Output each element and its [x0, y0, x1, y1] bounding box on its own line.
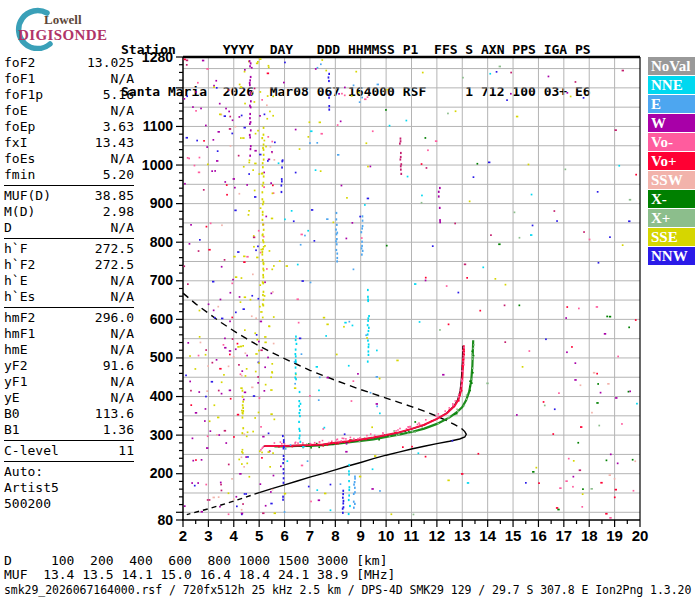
- x-tick-label: 6: [280, 527, 288, 544]
- transmission-curve: [183, 293, 466, 514]
- y-tick-label: 600: [150, 311, 174, 327]
- y-tick-label: 800: [150, 234, 174, 250]
- x-tick-label: 18: [581, 527, 598, 544]
- x-tick-label: 12: [429, 527, 446, 544]
- file-info-row: smk29_2026067164000.rsf / 720fx512h 25 k…: [4, 583, 691, 597]
- x-tick-label: 3: [204, 527, 212, 544]
- y-tick-label: 500: [150, 349, 174, 365]
- y-tick-label: 300: [150, 427, 174, 443]
- x-tick-label: 11: [404, 527, 420, 544]
- x-tick-label: 20: [632, 527, 649, 544]
- y-tick-label: 900: [150, 195, 174, 211]
- muf-frequency-row: MUF 13.4 13.5 14.1 15.0 16.4 18.4 24.1 3…: [4, 568, 395, 582]
- x-tick-label: 17: [555, 527, 572, 544]
- x-tick-label: 8: [331, 527, 339, 544]
- ionogram-plot: 2345678910111213141516171819201280110010…: [0, 0, 700, 600]
- x-tick-label: 9: [357, 527, 365, 544]
- x-tick-label: 15: [505, 527, 522, 544]
- x-tick-label: 14: [479, 527, 496, 544]
- y-tick-label: 700: [150, 272, 174, 288]
- muf-distance-row: D 100 200 400 600 800 1000 1500 3000 [km…: [4, 554, 388, 568]
- digisonde-ionogram-view: Lowell DIGISONDE Station YYYY DAY DDD HH…: [0, 0, 700, 600]
- y-tick-label: 1100: [143, 118, 174, 134]
- y-tick-label: 400: [150, 388, 174, 404]
- x-tick-label: 13: [454, 527, 471, 544]
- y-tick-label: 1280: [142, 49, 173, 65]
- x-tick-label: 16: [530, 527, 547, 544]
- axis-labels: 2345678910111213141516171819201280110010…: [142, 49, 649, 545]
- x-tick-label: 5: [255, 527, 263, 544]
- x-tick-label: 4: [230, 527, 239, 544]
- y-tick-label: 80: [157, 512, 173, 528]
- x-tick-label: 7: [306, 527, 314, 544]
- x-tick-label: 10: [378, 527, 395, 544]
- y-tick-label: 200: [150, 465, 174, 481]
- y-tick-label: 1000: [142, 157, 173, 173]
- grid: [183, 57, 640, 520]
- x-tick-label: 2: [179, 527, 187, 544]
- x-tick-label: 19: [606, 527, 623, 544]
